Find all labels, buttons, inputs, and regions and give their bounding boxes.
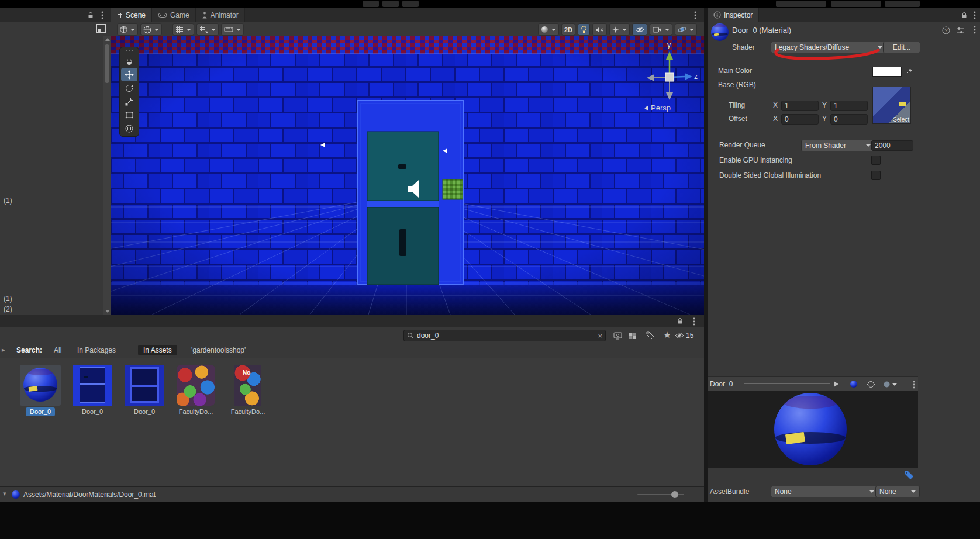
palette-drag-handle[interactable] [121, 49, 137, 54]
scene-visibility-button[interactable] [632, 23, 647, 36]
tiling-y-field[interactable]: 1 [830, 101, 868, 111]
preview-resize-handle[interactable] [744, 383, 830, 384]
hidden-count-button[interactable]: 15 [675, 330, 693, 341]
gpu-instancing-checkbox[interactable] [871, 156, 881, 165]
asset-item-facultydoor2[interactable]: No FacultyDo... [227, 365, 268, 416]
play-button[interactable] [363, 1, 379, 7]
shader-edit-button[interactable]: Edit... [883, 42, 920, 53]
orientation-gizmo[interactable]: y z [640, 41, 699, 105]
effects-dropdown[interactable] [609, 23, 630, 36]
grid-visibility-dropdown[interactable] [172, 23, 194, 36]
gizmos-dropdown[interactable] [675, 23, 697, 36]
grid-snap-dropdown[interactable] [196, 23, 219, 36]
axis-z-label[interactable]: z [694, 72, 698, 81]
hand-tool-button[interactable] [121, 54, 137, 68]
filter-in-packages[interactable]: In Packages [77, 346, 116, 354]
texture-select-button[interactable]: Select [893, 116, 909, 123]
tab-inspector[interactable]: Inspector [708, 8, 759, 22]
filter-context[interactable]: 'gardentoolsshop' [191, 346, 246, 354]
scrollbar-thumb[interactable] [105, 44, 109, 83]
render-queue-label: Render Queue [719, 141, 765, 149]
eyedropper-icon[interactable] [905, 66, 913, 75]
hierarchy-scrollbar[interactable] [103, 36, 111, 315]
tab-scene[interactable]: Scene [111, 8, 152, 22]
preview-layers-dropdown[interactable] [883, 381, 897, 388]
material-preview[interactable] [708, 391, 918, 468]
asset-item-facultydoor[interactable]: FacultyDo... [175, 365, 216, 416]
base-texture-thumbnail[interactable]: Select [872, 87, 911, 124]
shader-dropdown[interactable]: Legacy Shaders/Diffuse [771, 42, 886, 53]
thumb-text: No [243, 369, 250, 376]
view-options-dropdown[interactable] [140, 23, 162, 36]
assetbundle-dropdown[interactable]: None [771, 486, 878, 497]
slider-handle[interactable] [671, 491, 678, 498]
tab-game[interactable]: Game [152, 8, 196, 22]
status-collapse-icon[interactable]: ▾ [3, 490, 6, 497]
presets-icon[interactable] [955, 26, 965, 34]
snap-increment-dropdown[interactable] [221, 23, 244, 36]
tiling-x-field[interactable]: 1 [781, 101, 819, 111]
toolbar-dropdown[interactable] [831, 1, 881, 7]
scale-tool-button[interactable] [121, 95, 137, 108]
filter-by-label-icon[interactable] [644, 330, 656, 341]
toolbar-dropdown[interactable] [885, 1, 920, 7]
tab-animator[interactable]: Animator [196, 8, 245, 22]
filter-by-type-icon[interactable] [627, 330, 639, 341]
asset-item-door0-material[interactable]: Door_0 [20, 365, 61, 416]
kebab-menu-icon[interactable] [691, 317, 697, 326]
main-color-swatch[interactable] [872, 67, 902, 77]
lock-icon[interactable] [676, 317, 684, 325]
draw-mode-dropdown[interactable] [117, 23, 138, 36]
rotate-tool-button[interactable] [121, 81, 137, 95]
preview-play-icon[interactable] [833, 381, 840, 388]
audio-toggle-button[interactable] [592, 23, 607, 36]
axis-y-label[interactable]: y [667, 41, 671, 49]
scene-tabstrip: Scene Game Animator [111, 8, 704, 22]
hierarchy-item[interactable]: (1) [4, 196, 12, 205]
popout-icon[interactable] [96, 24, 106, 33]
lock-icon[interactable] [960, 11, 968, 19]
kebab-menu-icon[interactable] [692, 11, 698, 19]
step-button[interactable] [402, 1, 419, 7]
filter-in-assets[interactable]: In Assets [138, 345, 177, 355]
search-clear-icon[interactable]: × [598, 331, 602, 340]
kebab-menu-icon[interactable] [972, 25, 978, 34]
double-sided-gi-checkbox[interactable] [871, 171, 881, 180]
thumbnail-size-slider[interactable] [637, 494, 684, 495]
shading-mode-dropdown[interactable] [538, 23, 559, 36]
kebab-menu-icon[interactable] [972, 11, 978, 19]
transform-tool-button[interactable] [121, 122, 137, 135]
render-queue-value-field[interactable]: 2000 [871, 140, 913, 151]
asset-item-door0-texture2[interactable]: Door_0 [124, 365, 165, 416]
toolbar-dropdown[interactable] [776, 1, 826, 7]
pause-button[interactable] [382, 1, 399, 7]
offset-y-field[interactable]: 0 [830, 114, 868, 125]
scene-viewport[interactable] [111, 36, 704, 315]
lock-icon[interactable] [87, 11, 95, 19]
search-options-icon[interactable] [612, 330, 623, 341]
2d-toggle-button[interactable]: 2D [561, 23, 575, 36]
persp-toggle[interactable]: Persp [644, 103, 671, 112]
favorites-star-icon[interactable]: ★ [661, 329, 673, 341]
collapse-arrow-icon[interactable]: ▸ [2, 346, 5, 354]
hierarchy-item[interactable]: (1) [4, 295, 12, 303]
ruler-icon [224, 26, 233, 33]
offset-x-field[interactable]: 0 [781, 114, 819, 125]
render-queue-dropdown[interactable]: From Shader [801, 140, 875, 151]
assetbundle-variant-dropdown[interactable]: None [875, 486, 920, 497]
help-icon[interactable]: ? [941, 26, 950, 34]
rect-tool-button[interactable] [121, 108, 137, 122]
asset-item-door0-texture[interactable]: Door_0 [72, 365, 113, 416]
move-tool-button[interactable] [121, 68, 137, 81]
search-input[interactable]: door_0 × [403, 330, 606, 341]
asset-labels-tag-icon[interactable] [904, 470, 915, 481]
scene-panel: Scene Game Animator [111, 8, 704, 315]
preview-light-icon[interactable] [867, 380, 875, 388]
filter-all[interactable]: All [54, 346, 61, 354]
kebab-menu-icon[interactable] [911, 380, 917, 389]
hierarchy-item[interactable]: (2) [4, 305, 12, 313]
preview-shape-icon[interactable] [850, 381, 857, 388]
lighting-toggle-button[interactable] [578, 23, 590, 36]
camera-settings-dropdown[interactable] [650, 23, 672, 36]
kebab-menu-icon[interactable] [99, 11, 105, 19]
